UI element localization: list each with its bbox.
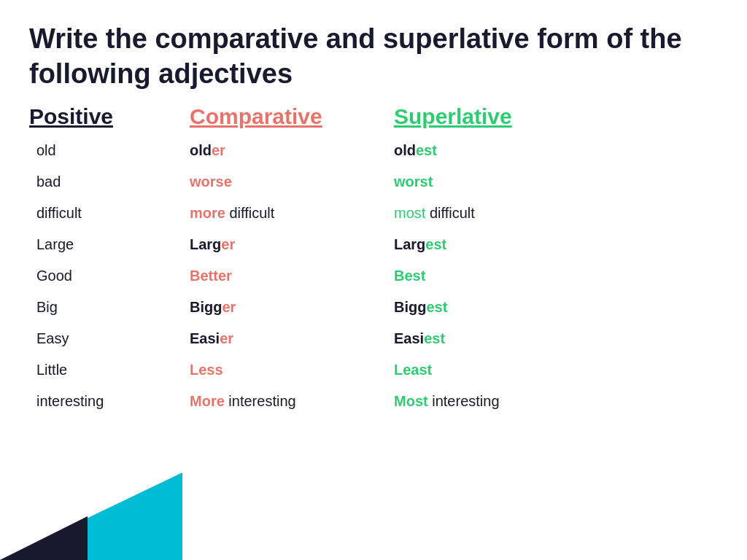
text-part: est: [426, 299, 447, 315]
table-row: BigBiggerBiggest: [29, 292, 718, 323]
text-part: er: [221, 236, 235, 252]
page-title: Write the comparative and superlative fo…: [29, 22, 718, 91]
table-header: Positive Comparative Superlative: [29, 104, 718, 129]
comparative-cell: more difficult: [190, 205, 394, 222]
table-row: GoodBetterBest: [29, 260, 718, 292]
comparative-cell: Less: [190, 362, 394, 378]
superlative-cell: Easiest: [394, 330, 718, 347]
table-row: difficultmore difficultmost difficult: [29, 198, 718, 229]
superlative-cell: most difficult: [394, 205, 718, 222]
comparative-cell: Better: [190, 268, 394, 284]
text-part: Larg: [190, 236, 221, 252]
text-part: difficult: [425, 205, 474, 221]
table-row: interestingMore interestingMost interest…: [29, 386, 718, 417]
text-part: Better: [190, 268, 232, 284]
text-part: est: [416, 142, 437, 158]
table-body: oldolderoldestbadworseworstdifficultmore…: [29, 135, 718, 417]
text-part: Most: [394, 393, 428, 409]
positive-cell: Big: [29, 299, 190, 316]
superlative-cell: Biggest: [394, 299, 718, 316]
text-part: est: [425, 236, 446, 252]
header-comparative: Comparative: [190, 104, 394, 129]
comparative-cell: older: [190, 142, 394, 159]
text-part: Best: [394, 268, 425, 284]
text-part: Less: [190, 362, 223, 378]
text-part: est: [424, 330, 445, 346]
text-part: er: [222, 299, 236, 315]
adjectives-table: Positive Comparative Superlative oldolde…: [29, 104, 718, 417]
text-part: most: [394, 205, 425, 221]
table-row: EasyEasierEasiest: [29, 323, 718, 354]
table-row: oldolderoldest: [29, 135, 718, 166]
text-part: worst: [394, 174, 433, 190]
table-row: badworseworst: [29, 166, 718, 198]
header-superlative: Superlative: [394, 104, 718, 129]
superlative-cell: oldest: [394, 142, 718, 159]
text-part: Larg: [394, 236, 425, 252]
text-part: Least: [394, 362, 432, 378]
comparative-cell: More interesting: [190, 393, 394, 410]
dark-triangle-shape: [0, 516, 88, 560]
text-part: worse: [190, 174, 232, 190]
comparative-cell: worse: [190, 174, 394, 190]
header-positive: Positive: [29, 104, 190, 129]
page: Write the comparative and superlative fo…: [0, 0, 747, 560]
positive-cell: difficult: [29, 205, 190, 222]
comparative-cell: Easier: [190, 330, 394, 347]
text-part: old: [394, 142, 416, 158]
text-part: er: [212, 142, 225, 158]
positive-cell: Large: [29, 236, 190, 253]
text-part: interesting: [428, 393, 500, 409]
text-part: more: [190, 205, 225, 221]
positive-cell: Good: [29, 268, 190, 284]
comparative-cell: Bigger: [190, 299, 394, 316]
positive-cell: old: [29, 142, 190, 159]
table-row: LittleLessLeast: [29, 354, 718, 386]
text-part: Bigg: [394, 299, 426, 315]
text-part: Easi: [190, 330, 220, 346]
superlative-cell: worst: [394, 174, 718, 190]
positive-cell: Easy: [29, 330, 190, 347]
text-part: interesting: [225, 393, 296, 409]
text-part: More: [190, 393, 225, 409]
text-part: old: [190, 142, 212, 158]
table-row: LargeLargerLargest: [29, 229, 718, 260]
positive-cell: interesting: [29, 393, 190, 410]
positive-cell: bad: [29, 174, 190, 190]
bottom-decoration: [0, 472, 182, 560]
positive-cell: Little: [29, 362, 190, 378]
superlative-cell: Largest: [394, 236, 718, 253]
comparative-cell: Larger: [190, 236, 394, 253]
superlative-cell: Most interesting: [394, 393, 718, 410]
text-part: Easi: [394, 330, 424, 346]
text-part: difficult: [225, 205, 274, 221]
superlative-cell: Least: [394, 362, 718, 378]
text-part: er: [220, 330, 233, 346]
superlative-cell: Best: [394, 268, 718, 284]
text-part: Bigg: [190, 299, 222, 315]
